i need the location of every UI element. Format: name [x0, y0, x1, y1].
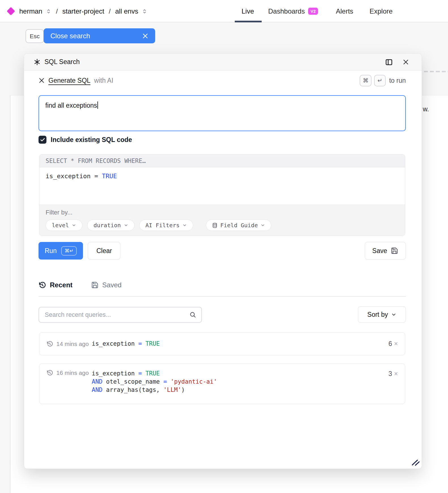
- panel-left-icon: [385, 58, 393, 66]
- check-icon: [40, 137, 45, 143]
- chip-label: Field Guide: [220, 222, 258, 229]
- logo-diamond-icon[interactable]: [7, 7, 15, 16]
- filter-chip-duration[interactable]: duration: [87, 220, 134, 231]
- recent-query-row[interactable]: 14 mins ago is_exception = TRUE 6 ×: [39, 332, 405, 355]
- times-glyph: ×: [394, 340, 398, 348]
- query-timestamp: 16 mins ago: [46, 369, 92, 376]
- query-code-line: is_exception = TRUE: [92, 340, 160, 348]
- breadcrumb-org[interactable]: herman: [19, 7, 42, 15]
- query-code: is_exception = TRUE: [92, 340, 160, 348]
- filter-chip-field-guide[interactable]: Field Guide: [206, 220, 271, 231]
- text-caret: [97, 101, 98, 109]
- chip-label: level: [52, 222, 69, 229]
- breadcrumb-separator: /: [108, 7, 112, 15]
- save-button[interactable]: Save: [365, 242, 406, 260]
- to-run-label: to run: [389, 77, 406, 84]
- query-run-count[interactable]: 6 ×: [389, 340, 398, 348]
- tab-dashboards-label: Dashboards: [268, 7, 305, 15]
- close-icon: [402, 59, 409, 65]
- history-tabs: Recent Saved: [39, 274, 406, 297]
- query-code: is_exception = TRUE AND otel_scope_name …: [92, 369, 217, 394]
- sort-by-label: Sort by: [367, 311, 388, 318]
- breadcrumb-project[interactable]: starter-project: [62, 7, 104, 15]
- background-clipped-text: w.: [423, 105, 429, 113]
- sort-by-button[interactable]: Sort by: [358, 306, 406, 323]
- close-search-label: Close search: [50, 32, 90, 40]
- esc-key-hint: Esc: [25, 29, 44, 43]
- include-sql-label: Include existing SQL code: [51, 136, 132, 144]
- times-glyph: ×: [394, 370, 398, 378]
- search-icon: [189, 311, 196, 318]
- dock-panel-button[interactable]: [385, 58, 393, 66]
- close-search-button[interactable]: Close search: [44, 28, 155, 43]
- tab-recent-label: Recent: [50, 281, 72, 289]
- chevron-down-icon: [261, 223, 265, 228]
- chevron-down-icon: [182, 223, 187, 228]
- tab-saved[interactable]: Saved: [91, 281, 121, 289]
- filter-by-label: Filter by...: [46, 209, 399, 216]
- run-shortcut-keys: ⌘↵: [61, 246, 77, 256]
- database-icon: [212, 223, 217, 228]
- tab-live-underline: [235, 21, 262, 22]
- modal-title: SQL Search: [44, 58, 80, 66]
- updown-chevron-icon[interactable]: [46, 8, 51, 14]
- save-floppy-icon: [91, 281, 99, 289]
- count-value: 6: [389, 340, 392, 348]
- breadcrumb-env[interactable]: all envs: [115, 7, 138, 15]
- generate-sql-row: Generate SQL with AI ⌘ ↵ to run: [39, 75, 406, 86]
- include-sql-checkbox-row[interactable]: Include existing SQL code: [39, 136, 132, 144]
- sql-search-modal: SQL Search Generate SQL with AI ⌘: [24, 53, 422, 469]
- top-bar: herman / starter-project / all envs Live…: [0, 0, 448, 22]
- search-recent-input[interactable]: [44, 311, 189, 319]
- query-code-line: AND otel_scope_name = 'pydantic-ai': [92, 378, 217, 386]
- run-button[interactable]: Run ⌘↵: [39, 242, 83, 260]
- chevron-down-icon: [391, 312, 396, 317]
- tab-alerts[interactable]: Alerts: [336, 0, 353, 22]
- query-timestamp: 14 mins ago: [46, 341, 92, 347]
- save-floppy-icon: [391, 247, 398, 254]
- close-icon: [142, 33, 148, 39]
- clear-button[interactable]: Clear: [88, 242, 120, 260]
- updown-chevron-icon[interactable]: [142, 8, 147, 14]
- sparkle-asterisk-icon: [34, 59, 40, 65]
- filter-chip-ai-filters[interactable]: AI Filters: [139, 220, 193, 231]
- ai-prompt-input[interactable]: find all exceptions: [39, 95, 406, 131]
- history-clock-icon: [46, 369, 53, 376]
- ai-prompt-value: find all exceptions: [45, 102, 97, 109]
- sql-editor-code[interactable]: is_exception = TRUE: [39, 167, 405, 205]
- filter-chip-level[interactable]: level: [46, 220, 82, 231]
- generate-sql-link[interactable]: Generate SQL: [48, 77, 90, 84]
- query-time-label: 16 mins ago: [56, 369, 89, 376]
- query-code-line: is_exception = TRUE: [92, 369, 217, 378]
- background-dashed-line: [424, 71, 448, 72]
- save-label: Save: [372, 247, 387, 255]
- query-time-label: 14 mins ago: [56, 341, 89, 347]
- tab-saved-label: Saved: [102, 281, 121, 289]
- modal-close-button[interactable]: [402, 59, 409, 65]
- query-run-count[interactable]: 3 ×: [389, 370, 398, 378]
- history-clock-icon: [39, 281, 46, 289]
- include-sql-checkbox[interactable]: [39, 136, 46, 144]
- action-buttons-row: Run ⌘↵ Clear Save: [39, 242, 406, 260]
- cmd-keycap: ⌘: [360, 75, 372, 86]
- recent-search-box: [39, 307, 202, 323]
- modal-title-group: SQL Search: [34, 58, 80, 66]
- enter-keycap: ↵: [374, 75, 386, 86]
- chevron-down-icon: [72, 223, 76, 228]
- breadcrumb: herman / starter-project / all envs: [8, 0, 147, 22]
- history-clock-icon: [46, 341, 53, 347]
- recent-query-row[interactable]: 16 mins ago is_exception = TRUE AND otel…: [39, 364, 405, 404]
- tab-live[interactable]: Live: [242, 0, 254, 22]
- chip-label: duration: [93, 222, 121, 229]
- chip-label: AI Filters: [146, 222, 180, 229]
- tab-dashboards[interactable]: Dashboards V2: [268, 0, 318, 22]
- v2-badge: V2: [308, 8, 318, 15]
- tab-recent[interactable]: Recent: [39, 281, 72, 289]
- breadcrumb-separator: /: [55, 7, 59, 15]
- resize-handle[interactable]: [411, 459, 420, 467]
- generate-sql-suffix: with AI: [94, 77, 113, 84]
- tab-explore[interactable]: Explore: [370, 0, 392, 22]
- app-screen: w. herman / starter-project / all envs L…: [0, 0, 448, 493]
- sql-editor[interactable]: SELECT * FROM RECORDS WHERE… is_exceptio…: [39, 154, 405, 236]
- dismiss-ai-button[interactable]: [39, 77, 45, 84]
